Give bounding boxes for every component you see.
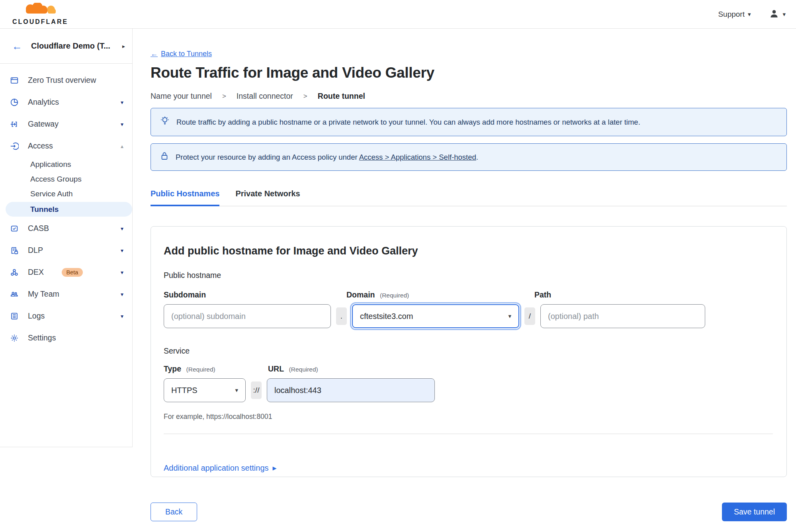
sidebar-item-zero-trust-overview[interactable]: Zero Trust overview bbox=[0, 69, 132, 91]
card-divider bbox=[164, 434, 773, 434]
banner-access-prefix: Protect your resource by adding an Acces… bbox=[176, 153, 358, 161]
sidebar-item-dlp[interactable]: DLP ▾ bbox=[0, 239, 132, 261]
sidebar-item-my-team[interactable]: My Team ▾ bbox=[0, 283, 132, 305]
service-type-value: HTTPS bbox=[171, 386, 198, 395]
top-bar: CLOUDFLARE Support ▾ ▾ bbox=[0, 0, 796, 29]
sidebar-item-applications[interactable]: Applications bbox=[0, 157, 132, 172]
sidebar-item-label: Logs bbox=[28, 311, 112, 321]
arrow-left-icon: ← bbox=[151, 50, 158, 58]
support-label: Support bbox=[718, 10, 745, 19]
sidebar-item-dex[interactable]: DEX Beta ▾ bbox=[0, 261, 132, 283]
sidebar-item-label: Settings bbox=[28, 333, 123, 342]
back-to-tunnels-link[interactable]: ← Back to Tunnels bbox=[151, 50, 212, 58]
account-menu[interactable]: ▾ bbox=[769, 8, 786, 20]
path-input[interactable] bbox=[540, 304, 705, 328]
chevron-up-icon[interactable]: ▴ bbox=[121, 143, 123, 149]
page-title: Route Traffic for Image and Video Galler… bbox=[151, 65, 786, 81]
sidebar-item-gateway[interactable]: Gateway ▾ bbox=[0, 113, 132, 135]
tab-public-hostnames[interactable]: Public Hostnames bbox=[151, 189, 219, 206]
tab-private-networks[interactable]: Private Networks bbox=[235, 189, 300, 206]
back-button[interactable]: Back bbox=[151, 503, 197, 521]
domain-selected-value: cftestsite3.com bbox=[360, 312, 413, 321]
hostname-tabs: Public Hostnames Private Networks bbox=[151, 189, 787, 206]
cloudflare-logo[interactable]: CLOUDFLARE bbox=[10, 3, 70, 25]
sidebar-nav: Zero Trust overview Analytics ▾ Gateway … bbox=[0, 64, 132, 349]
service-url-input[interactable] bbox=[267, 378, 435, 402]
sidebar-item-tunnels[interactable]: Tunnels bbox=[6, 202, 132, 217]
add-public-hostname-card: Add public hostname for Image and Video … bbox=[151, 226, 787, 477]
url-required-label: (Required) bbox=[289, 366, 318, 373]
info-banner-text: Route traffic by adding a public hostnam… bbox=[176, 118, 640, 127]
gateway-icon bbox=[10, 119, 19, 129]
beta-badge: Beta bbox=[62, 268, 83, 277]
chevron-down-icon: ▾ bbox=[748, 11, 751, 18]
dot-separator: . bbox=[336, 307, 347, 325]
chevron-down-icon[interactable]: ▾ bbox=[121, 225, 123, 232]
arrow-left-icon[interactable]: ← bbox=[12, 41, 22, 51]
network-nodes-icon bbox=[10, 268, 19, 277]
main-content: ← Back to Tunnels Route Traffic for Imag… bbox=[133, 29, 796, 532]
account-name: Cloudflare Demo (T... bbox=[31, 41, 113, 51]
back-link-label: Back to Tunnels bbox=[161, 50, 212, 58]
path-label: Path bbox=[534, 290, 551, 299]
sidebar-item-access-groups[interactable]: Access Groups bbox=[0, 172, 132, 186]
sidebar-item-service-auth[interactable]: Service Auth bbox=[0, 186, 132, 201]
sidebar-item-label: Service Auth bbox=[30, 190, 73, 198]
step-separator: > bbox=[303, 92, 307, 100]
sidebar-item-label: Access Groups bbox=[30, 175, 82, 184]
chevron-down-icon[interactable]: ▾ bbox=[121, 269, 123, 276]
chevron-down-icon[interactable]: ▾ bbox=[121, 291, 123, 297]
sidebar-item-label: Tunnels bbox=[30, 205, 59, 214]
step-route-tunnel: Route tunnel bbox=[318, 92, 365, 101]
casb-check-icon bbox=[10, 224, 19, 233]
save-tunnel-button[interactable]: Save tunnel bbox=[722, 503, 787, 521]
sidebar-item-label: Gateway bbox=[28, 119, 112, 129]
user-icon bbox=[769, 8, 779, 20]
browser-window-icon bbox=[10, 76, 19, 85]
domain-label: Domain bbox=[346, 290, 375, 299]
sidebar-item-label: DEX bbox=[28, 268, 48, 277]
wizard-steps: Name your tunnel > Install connector > R… bbox=[151, 92, 786, 101]
step-install-connector[interactable]: Install connector bbox=[237, 92, 293, 101]
service-type-select[interactable]: HTTPS ▾ bbox=[164, 378, 246, 402]
chevron-down-icon: ▾ bbox=[235, 387, 238, 394]
chevron-down-icon: ▾ bbox=[508, 313, 511, 320]
sidebar-item-analytics[interactable]: Analytics ▾ bbox=[0, 91, 132, 113]
cloudflare-wordmark: CLOUDFLARE bbox=[12, 18, 68, 25]
subdomain-input[interactable] bbox=[164, 304, 331, 328]
chevron-right-icon[interactable]: ▸ bbox=[122, 43, 125, 49]
footer-actions: Back Save tunnel bbox=[151, 503, 787, 521]
domain-select[interactable]: cftestsite3.com ▾ bbox=[352, 304, 519, 328]
sidebar-item-logs[interactable]: Logs ▾ bbox=[0, 305, 132, 327]
scheme-separator: :// bbox=[251, 381, 262, 399]
info-banner-access-policy: Protect your resource by adding an Acces… bbox=[151, 143, 787, 171]
sidebar-item-label: My Team bbox=[28, 289, 112, 299]
public-hostname-label: Public hostname bbox=[164, 271, 773, 280]
sidebar-item-access[interactable]: Access ▴ bbox=[0, 135, 132, 157]
support-menu[interactable]: Support ▾ bbox=[718, 10, 751, 19]
additional-settings-label: Additional application settings bbox=[164, 464, 269, 473]
card-heading: Add public hostname for Image and Video … bbox=[164, 245, 773, 257]
chevron-down-icon[interactable]: ▾ bbox=[121, 121, 123, 127]
chevron-down-icon[interactable]: ▾ bbox=[121, 247, 123, 254]
chevron-down-icon[interactable]: ▾ bbox=[121, 313, 123, 319]
sidebar-account-switcher[interactable]: ← Cloudflare Demo (T... ▸ bbox=[0, 29, 132, 64]
info-banner-text: Protect your resource by adding an Acces… bbox=[176, 153, 478, 162]
subdomain-label: Subdomain bbox=[164, 290, 346, 299]
sidebar: ← Cloudflare Demo (T... ▸ Zero Trust ove… bbox=[0, 29, 133, 447]
chevron-down-icon[interactable]: ▾ bbox=[121, 99, 123, 106]
additional-application-settings-toggle[interactable]: Additional application settings ▶ bbox=[164, 464, 277, 473]
sidebar-item-casb[interactable]: CASB ▾ bbox=[0, 217, 132, 239]
step-name-your-tunnel[interactable]: Name your tunnel bbox=[151, 92, 212, 101]
info-banner-route-traffic: Route traffic by adding a public hostnam… bbox=[151, 108, 787, 136]
access-applications-self-hosted-link[interactable]: Access > Applications > Self-hosted bbox=[359, 153, 476, 161]
type-label: Type bbox=[164, 364, 181, 373]
url-label: URL bbox=[268, 364, 284, 373]
service-label: Service bbox=[164, 346, 773, 356]
lightbulb-icon bbox=[160, 116, 170, 128]
url-example-hint: For example, https://localhost:8001 bbox=[164, 413, 773, 421]
lock-icon bbox=[160, 151, 169, 163]
sidebar-item-settings[interactable]: Settings bbox=[0, 327, 132, 349]
access-login-icon bbox=[10, 141, 19, 151]
log-list-icon bbox=[10, 311, 19, 321]
